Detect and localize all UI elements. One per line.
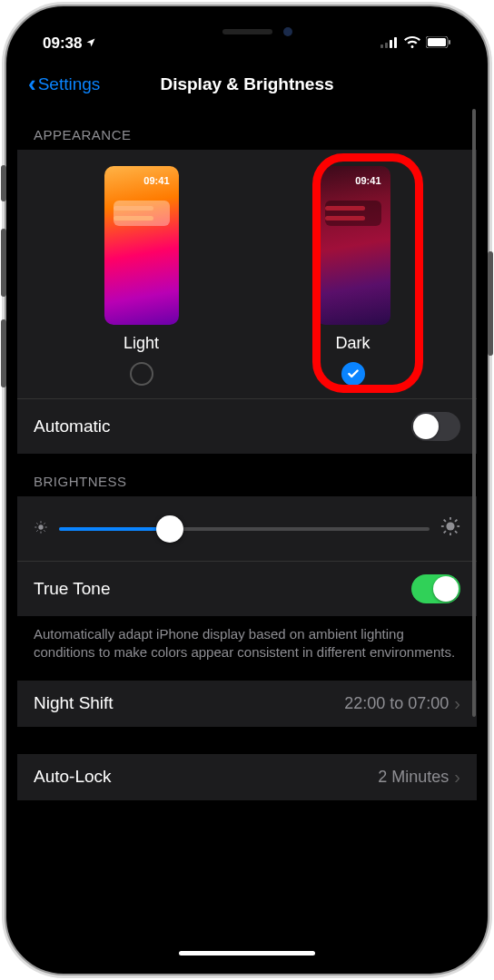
speaker [222,29,272,34]
truetone-label: True Tone [34,579,111,599]
svg-rect-2 [390,40,392,48]
brightness-panel: True Tone [17,496,477,616]
appearance-panel: 09:41 Light 09:41 [17,150,477,454]
automatic-label: Automatic [34,416,110,436]
slider-fill [59,527,170,531]
light-radio[interactable] [130,362,153,386]
svg-line-24 [455,520,457,522]
truetone-toggle[interactable] [411,574,460,603]
dark-thumbnail: 09:41 [316,166,390,325]
night-shift-panel: Night Shift 22:00 to 07:00 › [17,681,477,727]
auto-lock-panel: Auto-Lock 2 Minutes › [17,754,477,800]
screen: 09:38 [17,17,477,963]
brightness-slider-row [17,496,477,561]
truetone-row: True Tone [17,561,477,616]
svg-line-22 [455,531,457,533]
chevron-right-icon: › [454,767,460,788]
svg-rect-1 [385,43,388,48]
svg-rect-6 [449,40,450,44]
home-indicator[interactable] [179,951,315,956]
auto-lock-label: Auto-Lock [34,767,112,787]
dark-radio[interactable] [341,362,365,386]
auto-lock-value: 2 Minutes [378,768,449,787]
svg-line-13 [44,530,44,531]
brightness-slider[interactable] [59,527,430,531]
svg-point-16 [446,522,454,530]
night-shift-value: 22:00 to 07:00 [344,694,449,713]
light-label: Light [124,334,159,353]
battery-icon [426,34,451,53]
sun-small-icon [34,520,48,537]
sun-large-icon [440,516,460,541]
svg-rect-0 [380,44,383,48]
notch [152,17,342,46]
theme-option-dark[interactable]: 09:41 Dark [316,166,390,386]
volume-up-button [1,229,6,297]
location-icon [85,37,96,51]
back-button[interactable]: ‹ Settings [28,70,100,98]
night-shift-label: Night Shift [34,693,114,713]
dark-label: Dark [335,334,370,353]
back-label: Settings [38,74,101,94]
chevron-right-icon: › [454,693,460,714]
svg-line-14 [36,530,37,531]
truetone-footer: Automatically adapt iPhone display based… [17,616,477,681]
chevron-left-icon: ‹ [28,70,36,98]
volume-down-button [1,319,6,387]
svg-line-12 [36,523,37,524]
automatic-toggle[interactable] [411,412,460,441]
wifi-icon [404,34,420,53]
light-thumbnail: 09:41 [104,166,179,325]
night-shift-row[interactable]: Night Shift 22:00 to 07:00 › [17,681,477,727]
automatic-row: Automatic [17,398,477,454]
appearance-header: APPEARANCE [17,107,477,150]
svg-point-7 [38,524,43,529]
svg-rect-5 [428,38,446,46]
mute-switch [1,165,6,201]
svg-line-23 [444,531,446,533]
auto-lock-row[interactable]: Auto-Lock 2 Minutes › [17,754,477,800]
svg-line-15 [44,523,44,524]
front-camera [283,27,292,36]
nav-bar: ‹ Settings Display & Brightness [17,63,477,107]
content[interactable]: APPEARANCE 09:41 Light [17,107,477,953]
theme-option-light[interactable]: 09:41 Light [104,166,179,386]
brightness-header: BRIGHTNESS [17,454,477,496]
status-time: 09:38 [43,34,82,53]
cellular-icon [380,34,399,53]
svg-rect-3 [394,37,397,48]
svg-line-21 [444,520,446,522]
appearance-options: 09:41 Light 09:41 [17,150,477,398]
power-button [488,251,493,356]
phone-frame: 09:38 [5,5,489,975]
slider-thumb[interactable] [156,515,183,543]
page-title: Display & Brightness [160,74,333,94]
